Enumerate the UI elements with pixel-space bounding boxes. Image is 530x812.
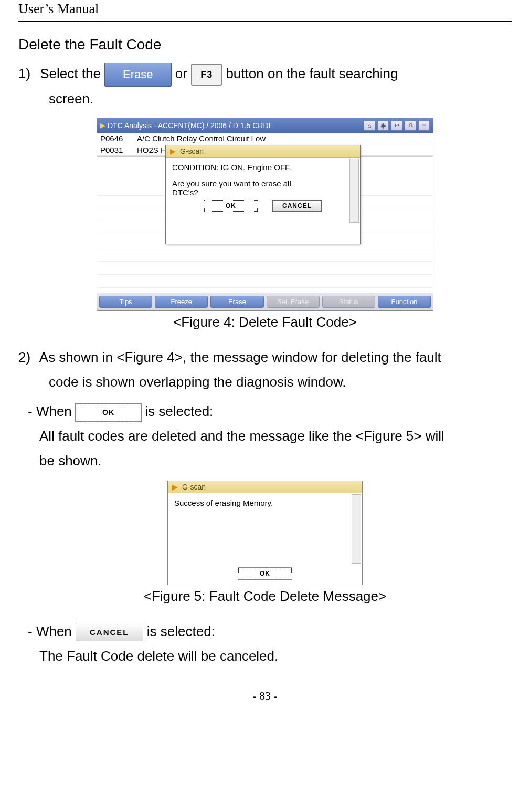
- figure-4: ▶ DTC Analysis - ACCENT(MC) / 2006 / D 1…: [97, 118, 433, 311]
- fig4-dialog: ▶ G-scan CONDITION: IG ON. Engine OFF. A…: [165, 145, 361, 244]
- dialog-text: Are you sure you want to erase all: [172, 179, 354, 188]
- dialog-body: CONDITION: IG ON. Engine OFF. Are you su…: [166, 158, 360, 244]
- menu-icon[interactable]: ≡: [418, 120, 430, 131]
- section-title: Delete the Fault Code: [18, 36, 512, 53]
- scrollbar[interactable]: [349, 159, 359, 223]
- step-1-text-b: or: [175, 66, 191, 81]
- step-1-num: 1): [18, 61, 36, 86]
- dialog-titlebar: ▶ G-scan: [168, 481, 362, 493]
- erase-footer-button[interactable]: Erase: [210, 296, 263, 308]
- dialog-text: CONDITION: IG ON. Engine OFF.: [172, 163, 354, 172]
- step-1: 1) Select the Erase or F3 button on the …: [18, 61, 512, 111]
- fig4-titlebar: ▶ DTC Analysis - ACCENT(MC) / 2006 / D 1…: [97, 118, 433, 133]
- dtc-desc: A/C Clutch Relay Control Circuit Low: [137, 134, 430, 143]
- dialog-title: G-scan: [182, 483, 206, 491]
- arrow-icon: ▶: [100, 121, 105, 129]
- dialog-text: Success of erasing Memory.: [174, 498, 356, 507]
- table-row: P0646 A/C Clutch Relay Control Circuit L…: [97, 133, 433, 144]
- step-2-text-b: code is shown overlapping the diagnosis …: [49, 370, 512, 394]
- page-header: User’s Manual: [18, 0, 512, 22]
- arrow-icon: ▶: [170, 147, 176, 155]
- f3-button[interactable]: F3: [191, 64, 222, 86]
- dialog-title: G-scan: [180, 147, 204, 155]
- dtc-code: P0646: [100, 134, 137, 143]
- back-icon[interactable]: ↩: [391, 120, 402, 131]
- when-ok-line2b: be shown.: [39, 449, 512, 473]
- step-2-text-a: As shown in <Figure 4>, the message wind…: [39, 349, 441, 365]
- status-button: Status: [322, 296, 375, 308]
- ok-button[interactable]: OK: [204, 200, 258, 212]
- function-button[interactable]: Function: [378, 296, 431, 308]
- fig4-body: ▶ G-scan CONDITION: IG ON. Engine OFF. A…: [97, 156, 433, 293]
- step-2-num: 2): [18, 345, 36, 370]
- when-ok-pre: - When: [28, 403, 76, 419]
- home-icon[interactable]: ⌂: [364, 120, 375, 131]
- figure-4-caption: <Figure 4: Delete Fault Code>: [18, 314, 512, 330]
- when-cancel-post: is selected:: [147, 623, 215, 639]
- arrow-icon: ▶: [172, 483, 178, 491]
- dtc-code: P0031: [100, 145, 137, 154]
- figure-5-caption: <Figure 5: Fault Code Delete Message>: [18, 588, 512, 605]
- ok-button[interactable]: OK: [238, 568, 292, 579]
- print-icon[interactable]: ⎙: [405, 120, 416, 131]
- scrollbar[interactable]: [352, 494, 361, 564]
- tips-button[interactable]: Tips: [99, 296, 152, 308]
- fig4-title: DTC Analysis - ACCENT(MC) / 2006 / D 1.5…: [108, 121, 364, 130]
- cancel-button[interactable]: CANCEL: [272, 200, 322, 212]
- ok-button-inline[interactable]: OK: [76, 404, 141, 421]
- when-ok-post: is selected:: [145, 403, 213, 419]
- cancel-button-inline[interactable]: CANCEL: [76, 623, 143, 641]
- when-cancel-line2: The Fault Code delete will be canceled.: [39, 644, 512, 669]
- dialog-body: Success of erasing Memory. OK: [168, 493, 362, 585]
- erase-button[interactable]: Erase: [104, 63, 171, 87]
- when-cancel: - When CANCEL is selected:: [28, 619, 512, 644]
- step-1-text-a: Select the: [40, 66, 104, 81]
- when-ok: - When OK is selected:: [28, 399, 512, 424]
- figure-5: ▶ G-scan Success of erasing Memory. OK: [167, 481, 363, 585]
- camera-icon[interactable]: ◉: [377, 120, 389, 131]
- dialog-text: DTC's?: [172, 188, 354, 197]
- dialog-titlebar: ▶ G-scan: [166, 145, 360, 158]
- page-number: - 83 -: [18, 689, 512, 703]
- when-ok-line2a: All fault codes are deleted and the mess…: [39, 424, 512, 449]
- step-2: 2) As shown in <Figure 4>, the message w…: [18, 345, 512, 394]
- when-cancel-pre: - When: [28, 623, 76, 639]
- sel-erase-button: Sel. Erase: [267, 296, 320, 308]
- fig4-footer: Tips Freeze Erase Sel. Erase Status Func…: [97, 293, 433, 310]
- step-1-text-c: button on the fault searching: [226, 66, 398, 81]
- freeze-button[interactable]: Freeze: [155, 296, 208, 308]
- step-1-line2: screen.: [49, 87, 512, 111]
